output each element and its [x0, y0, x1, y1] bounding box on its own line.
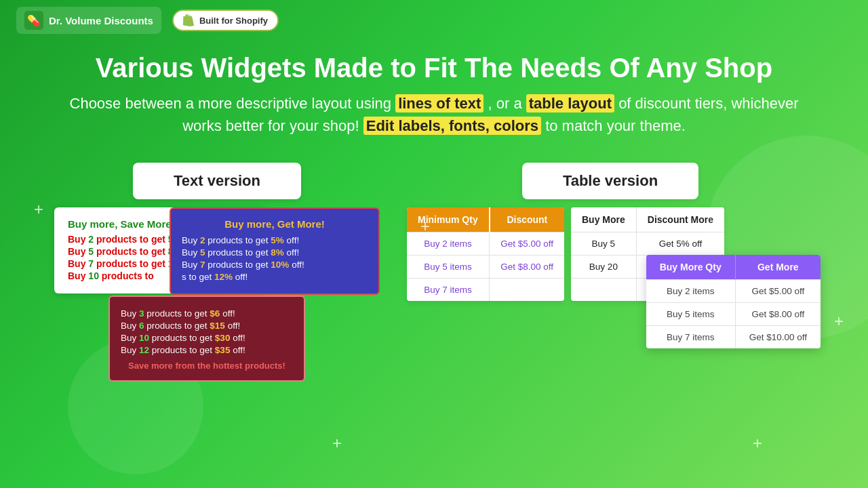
subtitle-highlight1: lines of text — [395, 94, 484, 113]
text-version-column: Text version Buy more, Save More! Buy 2 … — [54, 163, 380, 411]
widget-purple-line3: Buy 7 products to get 10% off! — [182, 260, 368, 270]
shopify-icon — [183, 14, 195, 26]
table2-row1-col1: Buy 5 — [571, 232, 636, 256]
table1-header2: Discount — [490, 207, 564, 232]
popup-table-header2: Get More — [735, 255, 821, 280]
table1-row1-col2: Get $5.00 off — [490, 232, 564, 256]
plus-icon-4: + — [753, 434, 762, 453]
hero-title: Various Widgets Made to Fit The Needs Of… — [54, 52, 814, 84]
table1-row2-col1: Buy 5 items — [407, 256, 490, 279]
logo-badge: 💊 Dr. Volume Discounts — [16, 7, 161, 34]
table1-header1: Minimum Qty — [407, 207, 490, 232]
table-row: Buy 7 items Get $10.00 off — [646, 326, 821, 349]
hero-section: Various Widgets Made to Fit The Needs Of… — [0, 41, 868, 142]
widget-purple-line4: s to get 12% off! — [182, 272, 368, 282]
table-row: Buy 2 items Get $5.00 off — [646, 280, 821, 303]
popup-row1-col2: Get $5.00 off — [735, 280, 821, 303]
popup-row3-col2: Get $10.00 off — [735, 326, 821, 349]
table-widget-1: Minimum Qty Discount Buy 2 items Get $5.… — [407, 207, 564, 301]
widget-card-purple: Buy more, Get More! Buy 2 products to ge… — [170, 207, 380, 295]
table-version-column: Table version Minimum Qty Discount Buy 2… — [407, 163, 814, 411]
table-version-label: Table version — [522, 163, 698, 199]
subtitle-part1: Choose between a more descriptive layout… — [70, 95, 396, 112]
popup-table-container: Buy More Qty Get More Buy 2 items Get $5… — [646, 255, 821, 348]
table2-row2-col1: Buy 20 — [571, 256, 636, 279]
subtitle-highlight3: Edit labels, fonts, colors — [363, 117, 541, 135]
logo-text: Dr. Volume Discounts — [49, 15, 153, 26]
widget-dark-footer: Save more from the hottest products! — [121, 361, 293, 371]
header: 💊 Dr. Volume Discounts Built for Shopify — [0, 0, 868, 41]
table-row: Buy 5 items Get $8.00 off — [407, 256, 564, 279]
subtitle-part2: , or a — [488, 95, 526, 112]
popup-row2-col2: Get $8.00 off — [735, 303, 821, 326]
table2-header2: Discount More — [636, 207, 724, 232]
widget-dark-line3: Buy 10 products to get $30 off! — [121, 333, 293, 343]
plus-icon-3: + — [332, 434, 342, 453]
text-version-label: Text version — [133, 163, 301, 199]
widget-dark-line2: Buy 6 products to get $15 off! — [121, 321, 293, 331]
widget-dark-line4: Buy 12 products to get $35 off! — [121, 345, 293, 355]
subtitle-highlight2: table layout — [526, 94, 614, 113]
table-row: Buy 7 items — [407, 279, 564, 302]
table1-row3-col2 — [490, 279, 564, 302]
table1-row1-col1: Buy 2 items — [407, 232, 490, 256]
widgets-row: Text version Buy more, Save More! Buy 2 … — [0, 149, 868, 424]
shopify-badge-text: Built for Shopify — [199, 16, 268, 26]
table1-row3-col1: Buy 7 items — [407, 279, 490, 302]
popup-row2-col1: Buy 5 items — [646, 303, 736, 326]
widget-dark-line1: Buy 3 products to get $6 off! — [121, 308, 293, 319]
table-row: Buy 2 items Get $5.00 off — [407, 232, 564, 256]
table2-row3-col1 — [571, 279, 636, 302]
popup-table-header1: Buy More Qty — [646, 255, 736, 280]
svg-text:💊: 💊 — [27, 14, 41, 27]
subtitle-part4: to match your theme. — [545, 117, 686, 134]
tables-area: Minimum Qty Discount Buy 2 items Get $5.… — [407, 207, 814, 411]
hero-subtitle: Choose between a more descriptive layout… — [54, 92, 814, 137]
popup-row1-col1: Buy 2 items — [646, 280, 736, 303]
table-row: Buy 5 Get 5% off — [571, 232, 724, 256]
shopify-badge: Built for Shopify — [172, 9, 279, 31]
table-row: Buy 5 items Get $8.00 off — [646, 303, 821, 326]
text-widgets-area: Buy more, Save More! Buy 2 products to g… — [54, 207, 380, 411]
popup-row3-col1: Buy 7 items — [646, 326, 736, 349]
widget-purple-heading: Buy more, Get More! — [182, 218, 368, 230]
logo-icon: 💊 — [24, 11, 43, 30]
widget-purple-line2: Buy 5 products to get 8% off! — [182, 247, 368, 258]
table2-header1: Buy More — [571, 207, 636, 232]
widget-card-dark: Buy 3 products to get $6 off! Buy 6 prod… — [108, 296, 305, 382]
table1-row2-col2: Get $8.00 off — [490, 256, 564, 279]
widget-purple-line1: Buy 2 products to get 5% off! — [182, 235, 368, 245]
table2-row1-col2: Get 5% off — [636, 232, 724, 256]
popup-table: Buy More Qty Get More Buy 2 items Get $5… — [646, 255, 821, 348]
